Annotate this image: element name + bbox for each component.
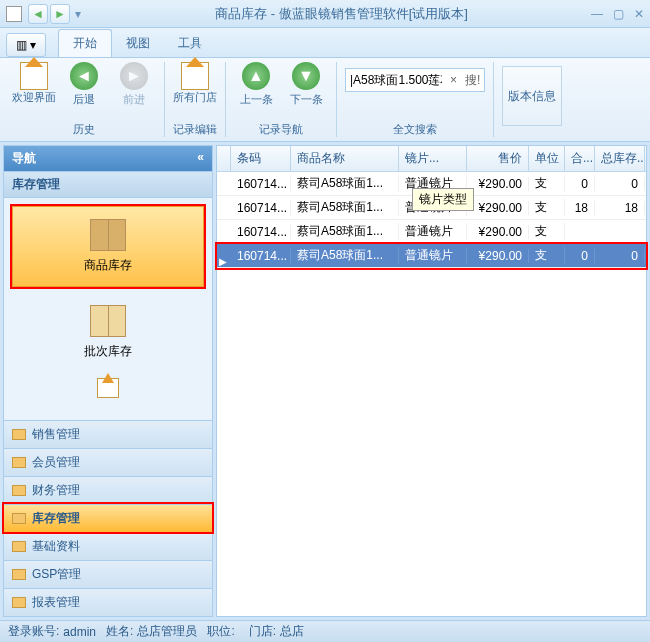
col-name[interactable]: 商品名称 xyxy=(291,146,399,171)
tooltip-lens-type: 镜片类型 xyxy=(412,188,474,211)
nav-bar-members[interactable]: 会员管理 xyxy=(4,448,212,476)
all-stores-button[interactable]: 所有门店 xyxy=(173,62,217,105)
nav-item-more[interactable] xyxy=(12,378,204,398)
status-store: 总店 xyxy=(280,623,304,640)
next-record-button[interactable]: ▼下一条 xyxy=(284,62,328,107)
tab-start[interactable]: 开始 xyxy=(58,29,112,57)
qat-back-icon[interactable]: ◄ xyxy=(28,4,48,24)
nav-item-label: 批次库存 xyxy=(84,343,132,360)
status-role-label: 职位: xyxy=(207,623,234,640)
ribbon: 欢迎界面 ◄后退 ►前进 历史 所有门店 记录编辑 ▲上一条 ▼下一条 记录导航… xyxy=(0,58,650,142)
table-row[interactable]: ▶160714...蔡司A58球面1...普通镜片¥290.00支00 xyxy=(217,244,646,268)
minimize-button[interactable]: — xyxy=(591,7,603,21)
nav-bar-finance[interactable]: 财务管理 xyxy=(4,476,212,504)
folder-icon xyxy=(12,541,26,552)
folder-icon xyxy=(12,429,26,440)
nav-stack: 销售管理 会员管理 财务管理 库存管理 基础资料 GSP管理 报表管理 xyxy=(4,420,212,616)
status-account-label: 登录账号: xyxy=(8,623,59,640)
store-icon xyxy=(181,62,209,90)
group-search: 全文搜索 xyxy=(393,120,437,137)
tab-view[interactable]: 视图 xyxy=(112,30,164,57)
folder-icon xyxy=(12,485,26,496)
folder-icon xyxy=(12,457,26,468)
nav-section-header[interactable]: 库存管理 xyxy=(4,171,212,198)
col-total[interactable]: 总库存... xyxy=(595,146,645,171)
title-bar: ◄ ► ▾ 商品库存 - 傲蓝眼镜销售管理软件[试用版本] — ▢ ✕ xyxy=(0,0,650,28)
app-icon xyxy=(6,6,22,22)
group-nav: 记录导航 xyxy=(259,120,303,137)
status-bar: 登录账号: admin 姓名: 总店管理员 职位: 门店: 总店 xyxy=(0,620,650,642)
tab-tools[interactable]: 工具 xyxy=(164,30,216,57)
prev-record-button[interactable]: ▲上一条 xyxy=(234,62,278,107)
folder-icon xyxy=(12,597,26,608)
nav-header: 导航« xyxy=(4,146,212,171)
col-unit[interactable]: 单位 xyxy=(529,146,565,171)
status-name: 总店管理员 xyxy=(137,623,197,640)
window-title: 商品库存 - 傲蓝眼镜销售管理软件[试用版本] xyxy=(92,5,591,23)
forward-button: ►前进 xyxy=(112,62,156,107)
box-icon xyxy=(90,219,126,251)
welcome-button[interactable]: 欢迎界面 xyxy=(12,62,56,105)
nav-bar-reports[interactable]: 报表管理 xyxy=(4,588,212,616)
house-remove-icon xyxy=(97,378,119,398)
ribbon-tabs: ▥ ▾ 开始 视图 工具 xyxy=(0,28,650,58)
nav-item-batch-stock[interactable]: 批次库存 xyxy=(12,293,204,372)
app-menu-button[interactable]: ▥ ▾ xyxy=(6,33,46,57)
nav-bar-inventory[interactable]: 库存管理 xyxy=(4,504,212,532)
group-history: 历史 xyxy=(73,120,95,137)
data-grid: 条码 商品名称 镜片... 售价 单位 合... 总库存... 160714..… xyxy=(216,145,647,617)
nav-bar-gsp[interactable]: GSP管理 xyxy=(4,560,212,588)
search-box: × 搜! xyxy=(345,68,485,92)
nav-item-label: 商品库存 xyxy=(84,257,132,274)
maximize-button[interactable]: ▢ xyxy=(613,7,624,21)
status-account: admin xyxy=(63,625,96,639)
col-lens[interactable]: 镜片... xyxy=(399,146,467,171)
home-icon xyxy=(20,62,48,90)
folder-icon xyxy=(12,569,26,580)
group-edit: 记录编辑 xyxy=(173,120,217,137)
back-button[interactable]: ◄后退 xyxy=(62,62,106,107)
search-input[interactable] xyxy=(346,73,446,87)
back-icon: ◄ xyxy=(70,62,98,90)
folder-icon xyxy=(12,513,26,524)
version-button[interactable]: 版本信息 xyxy=(502,66,562,126)
col-sum[interactable]: 合... xyxy=(565,146,595,171)
nav-item-product-stock[interactable]: 商品库存 xyxy=(12,206,204,287)
forward-icon: ► xyxy=(120,62,148,90)
status-name-label: 姓名: xyxy=(106,623,133,640)
collapse-icon[interactable]: « xyxy=(197,150,204,167)
col-code[interactable]: 条码 xyxy=(231,146,291,171)
table-row[interactable]: 160714...蔡司A58球面1...普通镜片¥290.00支 xyxy=(217,220,646,244)
navigation-panel: 导航« 库存管理 商品库存 批次库存 销售管理 会员管理 财务管理 库存管理 基… xyxy=(3,145,213,617)
close-button[interactable]: ✕ xyxy=(634,7,644,21)
qat-forward-icon[interactable]: ► xyxy=(50,4,70,24)
qat-dropdown-icon[interactable]: ▾ xyxy=(72,4,84,24)
down-icon: ▼ xyxy=(292,62,320,90)
grid-header: 条码 商品名称 镜片... 售价 单位 合... 总库存... xyxy=(217,146,646,172)
quick-access-toolbar: ◄ ► ▾ xyxy=(28,4,84,24)
up-icon: ▲ xyxy=(242,62,270,90)
search-button[interactable]: 搜! xyxy=(461,72,484,89)
nav-bar-sales[interactable]: 销售管理 xyxy=(4,420,212,448)
batch-icon xyxy=(90,305,126,337)
clear-icon[interactable]: × xyxy=(446,73,461,87)
nav-bar-basedata[interactable]: 基础资料 xyxy=(4,532,212,560)
col-price[interactable]: 售价 xyxy=(467,146,529,171)
status-store-label: 门店: xyxy=(249,623,276,640)
